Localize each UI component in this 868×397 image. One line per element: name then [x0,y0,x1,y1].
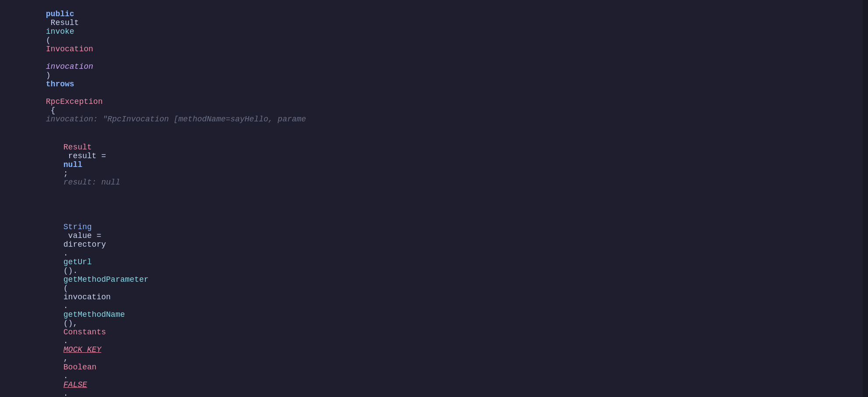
token: getUrl [64,258,92,266]
token: Result [46,18,84,27]
token: directory [64,240,106,249]
keyword-null: null [64,160,82,169]
token: Result [64,143,92,152]
token: Constants [64,328,106,337]
token: . [64,301,68,310]
keyword-public: public [46,10,74,18]
token: . [64,337,68,345]
code-editor: public Result invoke ( Invocation invoca… [0,0,868,397]
hint-invocation: invocation: "RpcInvocation [methodName=s… [46,115,306,124]
token: , [64,354,73,363]
token: . [64,389,68,397]
token: getMethodName [64,310,125,319]
code-line-content: String value = directory . getUrl (). ge… [0,214,148,397]
token: value = [64,231,106,240]
token: . [64,372,68,380]
token: MOCK_KEY [64,345,101,354]
code-line-content: public Result invoke ( Invocation invoca… [0,1,306,132]
token: invocation [46,62,93,71]
token: ) [46,71,56,80]
keyword-throws: throws [46,80,74,89]
token: ( [46,36,51,45]
code-line [0,196,868,213]
token: invocation [64,293,111,301]
token: Boolean [64,363,97,372]
token: String [64,223,92,231]
token: getMethodParameter [64,275,148,284]
token: ; [64,169,87,178]
scrollbar[interactable] [863,0,868,397]
token: result = [64,152,111,160]
token: . [64,249,68,258]
token: FALSE [64,380,87,389]
token: RpcException [46,97,103,106]
token [46,53,51,62]
token: { [46,106,74,115]
code-line: String value = directory . getUrl (). ge… [0,213,868,397]
code-line: public Result invoke ( Invocation invoca… [0,0,868,133]
token: ( [64,284,68,293]
token: (). [64,266,78,275]
method-invoke: invoke [46,27,74,36]
token: Invocation [46,45,93,53]
token [46,89,51,97]
hint-result-null: result: null [64,178,120,187]
code-line-content: Result result = null ; result: null [0,134,120,195]
code-line: Result result = null ; result: null [0,133,868,196]
token: (), [64,319,82,328]
